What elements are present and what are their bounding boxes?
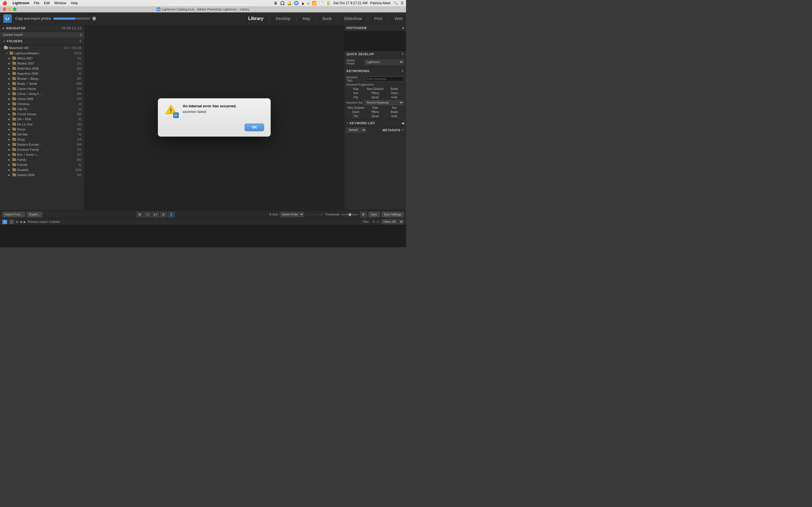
tab-book[interactable]: Book — [322, 15, 332, 22]
folder-item[interactable]: ▶Canon House476 — [0, 86, 84, 91]
metadata-preset-select[interactable]: Default — [347, 128, 366, 132]
kw-list-header[interactable]: + Keyword List ◀ — [344, 120, 406, 126]
folder-item[interactable]: ▶Del Mar51 — [0, 132, 84, 137]
ok-button[interactable]: OK — [245, 124, 264, 131]
star2[interactable]: ☆ — [309, 213, 312, 217]
folder-item[interactable]: ▶Africa 2007751 — [0, 56, 84, 61]
tab-web[interactable]: Web — [395, 15, 403, 22]
navigator-header[interactable]: ▶ Navigator Fit Fill 1:1 1:1 — [0, 25, 84, 32]
maximize-button[interactable] — [13, 8, 16, 11]
import-from-button[interactable]: Import From... — [2, 212, 25, 217]
folder-item[interactable]: ▶Eastern Europe...508 — [0, 142, 84, 147]
keyword-input[interactable] — [365, 76, 404, 81]
expand-panels-button[interactable]: ⊞ — [360, 212, 367, 217]
qd-preset-select[interactable]: Lightroom... — [364, 60, 404, 64]
keyword-set-item[interactable]: Sarah — [366, 114, 384, 118]
keyword-suggestion-item[interactable]: Owen — [385, 91, 404, 95]
filmstrip-next-arrow[interactable]: ▶ — [24, 220, 26, 223]
folder-item[interactable]: ▶DA + PEA62 — [0, 117, 84, 122]
folder-item[interactable]: ▶De La Vina183 — [0, 122, 84, 127]
current-import-item[interactable]: Current Import 0 — [0, 32, 84, 38]
folder-item[interactable]: ▶Cresta House209 — [0, 112, 84, 117]
tab-map[interactable]: Map — [303, 15, 310, 22]
keyword-suggestion-item[interactable]: Brady — [385, 87, 404, 91]
cancel-import-button[interactable]: ✕ — [92, 17, 96, 20]
folder-item[interactable]: ▶Ireland 2009355 — [0, 172, 84, 177]
keyword-suggestion-item[interactable]: Kax — [347, 91, 365, 95]
folders-header[interactable]: ▼ Folders + — [0, 38, 84, 45]
folder-item[interactable]: ▶Hualalai2284 — [0, 167, 84, 172]
star3[interactable]: ☆ — [313, 213, 316, 217]
filmstrip-prev-arrow[interactable]: ◀ — [20, 220, 22, 223]
folder-item[interactable]: ▶China 1999263 — [0, 96, 84, 101]
keywording-header[interactable]: Keywording ▼ — [344, 68, 406, 74]
sort-select[interactable]: Added Order — [280, 212, 304, 217]
one-one-btn[interactable]: 1:1 — [71, 26, 76, 30]
filter-flag-icon[interactable]: ⚑ — [372, 220, 375, 224]
keyword-suggestion-item[interactable]: New Zealand — [366, 87, 384, 91]
keyword-set-item[interactable]: Pat — [347, 114, 365, 118]
tab-library[interactable]: Library — [248, 15, 263, 22]
keyword-set-item[interactable]: Kaia — [366, 106, 384, 110]
file-menu[interactable]: File — [34, 1, 39, 5]
folder-item[interactable]: ▶Erickson Family734 — [0, 147, 84, 152]
tab-develop[interactable]: Develop — [276, 15, 290, 22]
keyword-set-item[interactable]: Tiffany — [366, 110, 384, 114]
filter-star-icon[interactable]: ★ — [376, 220, 379, 224]
grid-view-button[interactable]: ⊞ — [137, 212, 143, 217]
thumbnail-size-slider[interactable] — [342, 214, 358, 215]
keyword-set-item[interactable]: Owen — [347, 110, 365, 114]
folder-item[interactable]: ▶China + Hong K...294 — [0, 91, 84, 96]
people-view-button[interactable]: 👤 — [168, 212, 175, 217]
export-button[interactable]: Export... — [27, 212, 42, 217]
page-2-button[interactable]: 2 — [9, 220, 14, 224]
filter-preset-select[interactable]: Filters Off — [381, 219, 404, 224]
keyword-suggestion-item[interactable]: Sarah — [366, 96, 384, 99]
survey-view-button[interactable]: ⊟ — [160, 212, 167, 217]
apple-menu[interactable]: 🍎 — [2, 1, 7, 5]
keyword-suggestion-item[interactable]: Kelly — [385, 96, 404, 99]
folder-item[interactable]: ▶Friends51 — [0, 162, 84, 167]
help-menu[interactable]: Help — [71, 1, 78, 5]
add-keyword-button[interactable]: + — [347, 121, 349, 125]
keyword-set-item[interactable]: Kax — [385, 106, 404, 110]
keyword-set-item[interactable]: Kelly — [385, 114, 404, 118]
custom-zoom-btn[interactable]: 1:1 — [77, 26, 82, 30]
folder-item[interactable]: ▶Bhutan + Bang...295 — [0, 76, 84, 81]
quick-develop-header[interactable]: Quick Develop ▼ — [344, 51, 406, 57]
photos-count-label[interactable]: 0 photos — [49, 220, 60, 223]
fill-btn[interactable]: Fill — [66, 26, 70, 30]
edit-menu[interactable]: Edit — [44, 1, 50, 5]
kw-set-select[interactable]: Recent Keywords — [364, 100, 404, 105]
minimize-button[interactable] — [8, 8, 11, 11]
star5[interactable]: ☆ — [320, 213, 323, 217]
folder-item[interactable]: ▶Alaska 2007131 — [0, 61, 84, 66]
star1[interactable]: ☆ — [306, 213, 309, 217]
page-1-button[interactable]: 1 — [2, 220, 7, 224]
loupe-view-button[interactable]: ▭ — [144, 212, 151, 217]
keyword-suggestion-item[interactable]: Tiffany — [366, 91, 384, 95]
folder-item[interactable]: ▶Brady + Sarah699 — [0, 81, 84, 86]
star4[interactable]: ☆ — [317, 213, 320, 217]
search-icon[interactable]: 🔍 — [394, 1, 398, 5]
keyword-suggestion-item[interactable]: Kaia — [347, 87, 365, 91]
keyword-set-item[interactable]: Brady — [385, 110, 404, 114]
tab-print[interactable]: Print — [374, 15, 382, 22]
compare-view-button[interactable]: XY — [152, 212, 159, 217]
sync-settings-button[interactable]: Sync Settings — [382, 212, 404, 217]
add-folder-button[interactable]: + — [79, 39, 82, 43]
keyword-suggestion-item[interactable]: Pat — [347, 96, 365, 99]
histogram-header[interactable]: Histogram ◀ — [344, 25, 406, 31]
keyword-set-item[interactable]: New Zealand — [347, 106, 365, 110]
list-icon[interactable]: ☰ — [401, 1, 404, 5]
folder-item[interactable]: ▶Clip Art12 — [0, 107, 84, 112]
folder-item[interactable]: ▶Christina10 — [0, 101, 84, 107]
filmstrip-grid-icon[interactable]: ⊞ — [16, 220, 18, 223]
previous-import-label[interactable]: Previous Import — [28, 220, 47, 223]
app-name-menu[interactable]: Lightroom — [13, 1, 29, 5]
folder-item[interactable]: ▶Erin + Kevin +...787 — [0, 152, 84, 157]
folder-item[interactable]: ▶Doug108 — [0, 137, 84, 142]
folder-item[interactable]: ▶Antarctica 2006296 — [0, 66, 84, 71]
folder-item[interactable]: ▶Family830 — [0, 157, 84, 162]
window-menu[interactable]: Window — [54, 1, 66, 5]
